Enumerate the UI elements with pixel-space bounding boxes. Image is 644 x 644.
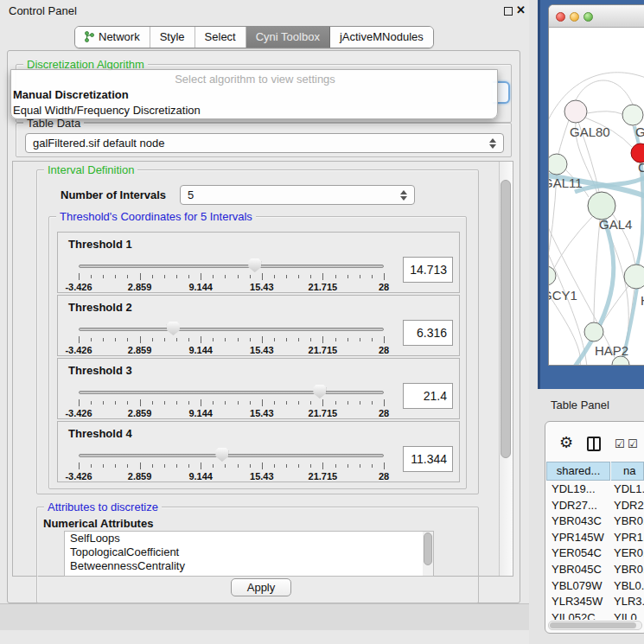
slider-tick	[91, 464, 92, 468]
table-cell-name[interactable]: YBR0...	[614, 562, 644, 577]
table-panel-title: Table Panel	[551, 399, 609, 411]
network-node[interactable]	[588, 192, 615, 220]
slider-tick	[238, 275, 239, 278]
horizontal-scrollbar-thumb[interactable]	[550, 622, 636, 628]
table-header-name[interactable]: na	[611, 462, 644, 481]
threshold-2-slider[interactable]: -3.4262.8599.14415.4321.71528	[79, 325, 384, 351]
table-cell-name[interactable]: YBR0...	[614, 513, 644, 529]
threshold-2-value-field[interactable]: 6.316	[403, 320, 453, 346]
network-node[interactable]	[624, 265, 644, 289]
slider-track[interactable]	[79, 391, 384, 394]
slider-tick	[140, 462, 141, 469]
network-node[interactable]	[584, 322, 603, 341]
table-row[interactable]: YPR145WYPR1...	[546, 530, 644, 546]
minimize-traffic-light-icon[interactable]	[570, 12, 579, 22]
float-window-icon[interactable]	[504, 7, 513, 16]
table-cell-name[interactable]: YLR3...	[614, 594, 644, 609]
table-header-shared-name[interactable]: shared...	[546, 462, 610, 481]
slider-tick	[262, 399, 263, 406]
network-node[interactable]	[549, 154, 567, 175]
slider-track[interactable]	[79, 328, 384, 331]
table-cell-shared-name[interactable]: YIL052C	[552, 610, 596, 620]
algorithm-popup-option-manual[interactable]: Manual Discretization	[11, 87, 497, 103]
table-cell-shared-name[interactable]: YLR345W	[552, 594, 603, 609]
gear-icon[interactable]: ⚙	[559, 433, 573, 452]
combobox-spinner-icon[interactable]	[489, 138, 496, 149]
attribute-list-item[interactable]: TopologicalCoefficient	[65, 545, 433, 559]
apply-button[interactable]: Apply	[231, 578, 291, 596]
table-row[interactable]: YER054CYER0...	[546, 545, 644, 562]
table-row[interactable]: YIL052CYIL0...	[546, 610, 644, 620]
zoom-traffic-light-icon[interactable]	[583, 12, 593, 22]
threshold-4-value-field[interactable]: 11.344	[403, 446, 453, 472]
network-node[interactable]	[564, 100, 587, 123]
attribute-list-item[interactable]: SelfLoops	[65, 532, 433, 545]
number-of-intervals-value: 5	[188, 188, 194, 201]
tab-select[interactable]: Select	[195, 27, 246, 48]
slider-tick	[188, 464, 189, 468]
slider-tick	[335, 464, 336, 468]
slider-thumb[interactable]	[167, 322, 180, 335]
table-cell-shared-name[interactable]: YBR043C	[552, 513, 602, 529]
slider-tick	[201, 273, 201, 280]
table-row[interactable]: YLR345WYLR3...	[546, 594, 644, 610]
table-cell-name[interactable]: YDL1...	[614, 481, 644, 497]
attribute-list-item[interactable]: BetweennessCentrality	[65, 559, 433, 573]
table-data-combobox[interactable]: galFiltered.sif default node	[25, 133, 504, 153]
threshold-3-label: Threshold 3	[68, 364, 132, 377]
network-view-svg[interactable]: GAL80GACGAL11GAL4GCY1HHAP2	[549, 28, 644, 366]
checkbox-icon[interactable]: ☑	[615, 437, 625, 450]
table-cell-name[interactable]: YIL0...	[614, 610, 644, 620]
algorithm-popup-prompt[interactable]: Select algorithm to view settings	[11, 72, 497, 87]
table-cell-shared-name[interactable]: YBL079W	[552, 578, 603, 594]
table-cell-name[interactable]: YER0...	[614, 545, 644, 561]
slider-tick-label: 28	[379, 282, 389, 292]
slider-track[interactable]	[79, 454, 384, 457]
algorithm-popup-option-equal-width[interactable]: Equal Width/Frequency Discretization	[11, 103, 497, 118]
table-row[interactable]: YDR27...YDR2...	[546, 498, 644, 514]
network-window-titlebar[interactable]	[549, 5, 644, 28]
network-node[interactable]	[622, 105, 643, 125]
table-row[interactable]: YBL079WYBL0...	[546, 578, 644, 595]
slider-track[interactable]	[79, 265, 384, 268]
threshold-4-slider[interactable]: -3.4262.8599.14415.4321.71528	[79, 451, 384, 477]
threshold-1-value-field[interactable]: 14.713	[403, 257, 453, 283]
tab-jactivemnodules[interactable]: jActiveMNodules	[330, 27, 433, 48]
table-cell-name[interactable]: YDR2...	[614, 498, 644, 513]
table-row[interactable]: YDL19...YDL1...	[546, 481, 644, 498]
tab-style[interactable]: Style	[150, 27, 195, 48]
combobox-spinner-icon[interactable]	[400, 190, 407, 201]
close-traffic-light-icon[interactable]	[556, 12, 565, 22]
table-cell-shared-name[interactable]: YBR045C	[552, 562, 602, 577]
threshold-3-value-field[interactable]: 21.4	[403, 383, 453, 409]
table-cell-name[interactable]: YBL0...	[614, 578, 644, 594]
network-edge	[601, 286, 628, 326]
spinner-up-icon	[489, 138, 496, 143]
attributes-list-scrollbar-thumb[interactable]	[424, 532, 432, 565]
slider-thumb[interactable]	[313, 385, 326, 399]
table-cell-shared-name[interactable]: YDL19...	[552, 481, 596, 497]
numerical-attributes-list[interactable]: SelfLoopsTopologicalCoefficientBetweenne…	[64, 531, 434, 577]
table-cell-name[interactable]: YPR1...	[614, 530, 644, 545]
table-cell-shared-name[interactable]: YPR145W	[552, 530, 604, 545]
slider-tick	[164, 464, 165, 468]
threshold-1-slider[interactable]: -3.4262.8599.14415.4321.71528	[79, 262, 384, 288]
split-view-icon[interactable]	[587, 437, 601, 451]
slider-thumb[interactable]	[248, 258, 261, 272]
slider-tick	[79, 462, 80, 469]
network-canvas[interactable]: GAL80GACGAL11GAL4GCY1HHAP2	[549, 28, 644, 366]
tab-cyni-toolbox[interactable]: Cyni Toolbox	[246, 27, 330, 48]
slider-tick	[91, 338, 92, 341]
table-cell-shared-name[interactable]: YDR27...	[552, 498, 597, 513]
slider-thumb[interactable]	[215, 448, 228, 462]
close-icon[interactable]: ✕	[516, 3, 526, 16]
threshold-3-slider[interactable]: -3.4262.8599.14415.4321.71528	[79, 388, 384, 414]
number-of-intervals-combobox[interactable]: 5	[180, 185, 415, 205]
table-row[interactable]: YBR043CYBR0...	[546, 513, 644, 530]
table-row[interactable]: YBR045CYBR0...	[546, 562, 644, 578]
vertical-scrollbar-thumb[interactable]	[501, 180, 511, 458]
tab-network[interactable]: Network	[75, 27, 150, 48]
table-cell-shared-name[interactable]: YER054C	[552, 545, 602, 561]
slider-tick-label: 9.144	[188, 345, 213, 355]
checkbox-icon[interactable]: ☑	[628, 437, 638, 450]
